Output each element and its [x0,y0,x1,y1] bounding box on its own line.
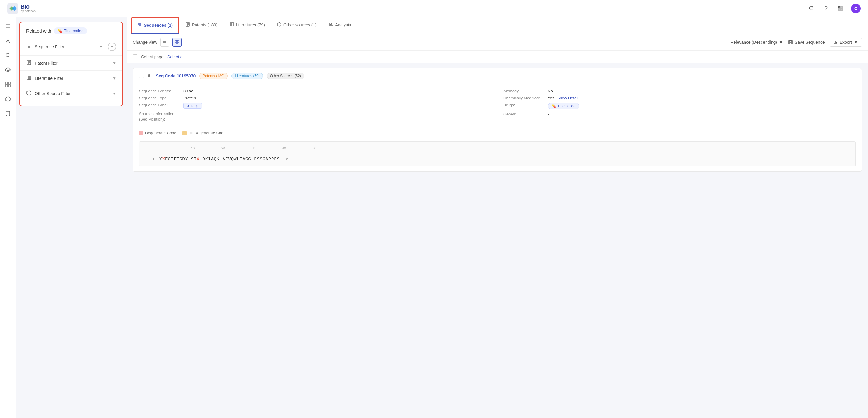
related-label: Related with [26,28,52,33]
analysis-tab-icon [329,22,333,28]
legend: Degenerate Code Hit Degenerate Code [133,127,862,138]
seq-end-num: 39 [285,157,289,161]
scale-40: 40 [282,146,286,150]
history-icon[interactable]: ⏱ [807,4,816,13]
svg-rect-45 [789,42,792,44]
svg-rect-35 [332,25,333,26]
sidebar-menu-icon[interactable]: ☰ [4,22,12,30]
logo[interactable]: Bio by patsnap [7,3,36,14]
detail-antibody: Antibody: No [503,89,856,93]
result-badge-sources[interactable]: Other Sources (52) [267,73,304,79]
filter-panel: Related with 💊 Tirzepatide Sequence Filt… [20,22,123,106]
other-sources-tab-label: Other sources (1) [283,23,317,27]
sidebar-bookmark-icon[interactable] [4,109,12,118]
result-seq-code[interactable]: Seq Code 10195070 [156,73,196,78]
other-source-filter[interactable]: Other Source Filter ▼ [20,86,122,101]
details-left: Sequence Length: 39 aa Sequence Type: Pr… [139,89,491,122]
result-checkbox[interactable] [139,73,144,78]
seq-hit-x1: X [162,156,165,161]
seq-row-1: 1 YXEGTFTSDY SIXLDKIAQK AFVQWLIAGG PSSGA… [145,156,849,161]
sort-dropdown[interactable]: Relevance (Descending) ▼ [731,40,783,45]
svg-rect-42 [177,42,179,44]
tabs-bar: Sequences (1) Patents (189) Literatur [126,17,868,34]
details-right: Antibody: No Chemically Modified: Yes Vi… [503,89,856,122]
drug-tag[interactable]: 💊 Tirzepatide [548,103,579,109]
tab-sequences[interactable]: Sequences (1) [131,17,179,34]
view-detail-link[interactable]: View Detail [558,96,578,100]
seq-start-num: 1 [145,157,155,161]
svg-rect-14 [5,82,8,84]
sequence-filter[interactable]: Sequence Filter ▼ + [20,38,122,55]
scale-30: 30 [252,146,255,150]
svg-rect-41 [175,42,177,44]
select-page-label: Select page [141,55,164,59]
result-num: #1 [148,73,152,78]
nav-icons: ⏱ ? C [807,4,861,13]
tab-literatures[interactable]: Literatures (79) [224,17,270,33]
result-badge-patents[interactable]: Patents (189) [199,73,228,79]
lit-filter-icon [26,75,32,81]
patents-tab-label: Patents (189) [192,23,217,27]
lit-filter-label: Literature Filter [35,76,63,81]
logo-title: Bio [21,4,36,9]
svg-rect-6 [841,8,843,9]
results-area: #1 Seq Code 10195070 Patents (189) Liter… [126,63,868,181]
svg-rect-5 [840,8,841,9]
other-filter-expand: ▼ [113,92,116,96]
seq-hit-x2: X [197,156,199,161]
sidebar-user-icon[interactable] [4,36,12,45]
seq-filter-expand: ▼ [99,45,103,49]
sidebar-layers-icon[interactable] [4,66,12,74]
user-avatar[interactable]: C [851,4,861,13]
result-badge-lits[interactable]: Literatures (79) [231,73,263,79]
patent-filter[interactable]: Patent Filter ▼ [20,55,122,70]
help-icon[interactable]: ? [822,4,830,13]
svg-point-10 [7,39,9,41]
tag-text: Tirzepatide [64,29,84,33]
save-sequence-button[interactable]: Save Sequence [788,40,825,45]
drug-tag-text: Tirzepatide [557,104,576,108]
tab-other-sources[interactable]: Other sources (1) [272,17,322,33]
details-grid: Sequence Length: 39 aa Sequence Type: Pr… [139,89,856,122]
svg-rect-9 [841,9,843,11]
seq-label-tag: binding [183,103,202,109]
svg-rect-33 [330,24,331,26]
result-details: Sequence Length: 39 aa Sequence Type: Pr… [133,84,862,127]
hit-dot [183,131,187,135]
lit-filter-expand: ▼ [113,76,116,80]
select-all-link[interactable]: Select all [167,55,185,59]
seq-filter-add-btn[interactable]: + [108,42,116,51]
apps-icon[interactable] [836,4,845,13]
app-body: ☰ [0,17,868,418]
scale-10: 10 [191,146,195,150]
scale-50: 50 [313,146,316,150]
svg-marker-13 [5,68,10,71]
list-view-btn[interactable] [160,38,169,47]
svg-rect-44 [789,40,792,42]
svg-rect-39 [175,40,177,42]
svg-rect-40 [177,40,179,42]
detail-chem-modified: Chemically Modified: Yes View Detail [503,96,856,100]
sidebar-package-icon[interactable] [4,95,12,103]
grid-view-btn[interactable] [173,38,182,47]
sort-label: Relevance (Descending) [731,40,777,45]
sequences-tab-label: Sequences (1) [144,23,173,28]
detail-sources-info: Sources Information(Seq Position): - [139,111,491,122]
sequence-viewer: 10 20 30 40 50 1 YXEGTFTSDY SIXLDKIAQK A… [139,141,856,167]
sidebar-search-icon[interactable] [4,51,12,60]
tirzepatide-tag[interactable]: 💊 Tirzepatide [54,27,87,34]
sort-chevron-icon: ▼ [779,40,783,45]
export-button[interactable]: Export ▼ [830,38,862,47]
legend-hit: Hit Degenerate Code [183,131,226,135]
result-card-1: #1 Seq Code 10195070 Patents (189) Liter… [133,68,862,172]
literatures-tab-icon [229,22,234,28]
tab-analysis[interactable]: Analysis [323,17,356,33]
svg-line-12 [9,56,10,58]
save-sequence-label: Save Sequence [795,40,825,45]
literature-filter[interactable]: Literature Filter ▼ [20,70,122,86]
sidebar-grid-icon[interactable] [4,80,12,89]
tab-patents[interactable]: Patents (189) [180,17,223,33]
seq-text: YXEGTFTSDY SIXLDKIAQK AFVQWLIAGG PSSGAPP… [159,156,280,161]
select-page-checkbox[interactable] [133,55,137,59]
seq-scale: 10 20 30 40 50 [162,146,849,152]
